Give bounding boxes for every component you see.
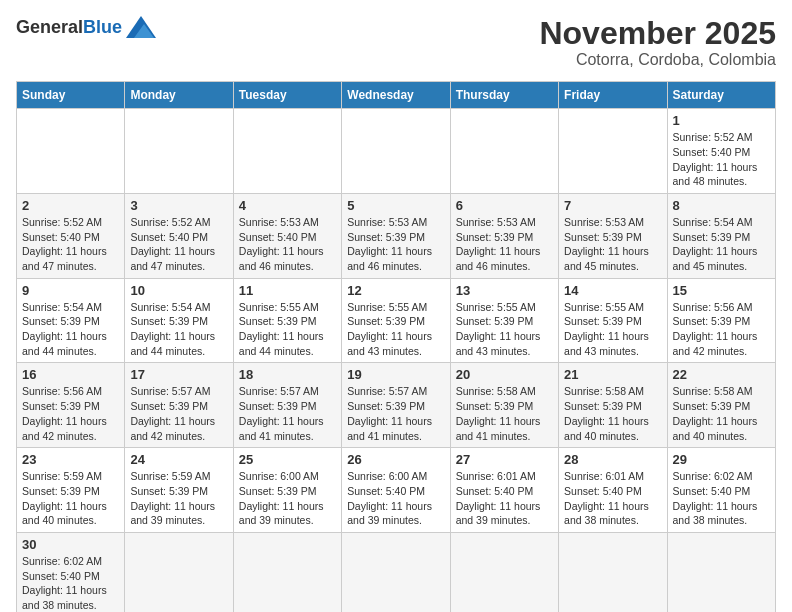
calendar-cell <box>342 532 450 612</box>
logo-blue: Blue <box>83 17 122 37</box>
day-info: Sunrise: 5:56 AMSunset: 5:39 PMDaylight:… <box>22 384 119 443</box>
day-number: 16 <box>22 367 119 382</box>
day-number: 25 <box>239 452 336 467</box>
day-number: 29 <box>673 452 770 467</box>
calendar-week-row: 30Sunrise: 6:02 AMSunset: 5:40 PMDayligh… <box>17 532 776 612</box>
calendar-cell: 26Sunrise: 6:00 AMSunset: 5:40 PMDayligh… <box>342 448 450 533</box>
calendar-cell: 25Sunrise: 6:00 AMSunset: 5:39 PMDayligh… <box>233 448 341 533</box>
day-info: Sunrise: 5:53 AMSunset: 5:39 PMDaylight:… <box>456 215 553 274</box>
day-info: Sunrise: 5:52 AMSunset: 5:40 PMDaylight:… <box>22 215 119 274</box>
calendar-cell: 21Sunrise: 5:58 AMSunset: 5:39 PMDayligh… <box>559 363 667 448</box>
weekday-header-sunday: Sunday <box>17 82 125 109</box>
day-number: 13 <box>456 283 553 298</box>
title-area: November 2025 Cotorra, Cordoba, Colombia <box>539 16 776 69</box>
weekday-header-friday: Friday <box>559 82 667 109</box>
calendar-cell <box>450 109 558 194</box>
day-number: 18 <box>239 367 336 382</box>
calendar-cell: 10Sunrise: 5:54 AMSunset: 5:39 PMDayligh… <box>125 278 233 363</box>
day-number: 23 <box>22 452 119 467</box>
calendar-cell: 27Sunrise: 6:01 AMSunset: 5:40 PMDayligh… <box>450 448 558 533</box>
day-info: Sunrise: 5:53 AMSunset: 5:39 PMDaylight:… <box>347 215 444 274</box>
day-number: 8 <box>673 198 770 213</box>
day-number: 14 <box>564 283 661 298</box>
day-number: 19 <box>347 367 444 382</box>
calendar-cell: 15Sunrise: 5:56 AMSunset: 5:39 PMDayligh… <box>667 278 775 363</box>
day-number: 6 <box>456 198 553 213</box>
day-info: Sunrise: 5:54 AMSunset: 5:39 PMDaylight:… <box>130 300 227 359</box>
day-number: 9 <box>22 283 119 298</box>
calendar-week-row: 16Sunrise: 5:56 AMSunset: 5:39 PMDayligh… <box>17 363 776 448</box>
day-info: Sunrise: 5:55 AMSunset: 5:39 PMDaylight:… <box>239 300 336 359</box>
day-info: Sunrise: 5:54 AMSunset: 5:39 PMDaylight:… <box>22 300 119 359</box>
calendar-cell: 6Sunrise: 5:53 AMSunset: 5:39 PMDaylight… <box>450 193 558 278</box>
calendar-cell: 13Sunrise: 5:55 AMSunset: 5:39 PMDayligh… <box>450 278 558 363</box>
day-info: Sunrise: 5:52 AMSunset: 5:40 PMDaylight:… <box>673 130 770 189</box>
day-number: 2 <box>22 198 119 213</box>
calendar-cell: 1Sunrise: 5:52 AMSunset: 5:40 PMDaylight… <box>667 109 775 194</box>
day-info: Sunrise: 5:53 AMSunset: 5:40 PMDaylight:… <box>239 215 336 274</box>
calendar-week-row: 2Sunrise: 5:52 AMSunset: 5:40 PMDaylight… <box>17 193 776 278</box>
day-number: 11 <box>239 283 336 298</box>
calendar-cell: 5Sunrise: 5:53 AMSunset: 5:39 PMDaylight… <box>342 193 450 278</box>
calendar-cell: 17Sunrise: 5:57 AMSunset: 5:39 PMDayligh… <box>125 363 233 448</box>
day-info: Sunrise: 5:54 AMSunset: 5:39 PMDaylight:… <box>673 215 770 274</box>
calendar-cell <box>450 532 558 612</box>
day-info: Sunrise: 5:58 AMSunset: 5:39 PMDaylight:… <box>456 384 553 443</box>
day-info: Sunrise: 5:55 AMSunset: 5:39 PMDaylight:… <box>347 300 444 359</box>
calendar-subtitle: Cotorra, Cordoba, Colombia <box>539 51 776 69</box>
day-number: 28 <box>564 452 661 467</box>
day-number: 1 <box>673 113 770 128</box>
day-number: 15 <box>673 283 770 298</box>
calendar-cell: 11Sunrise: 5:55 AMSunset: 5:39 PMDayligh… <box>233 278 341 363</box>
day-info: Sunrise: 6:02 AMSunset: 5:40 PMDaylight:… <box>22 554 119 612</box>
day-number: 24 <box>130 452 227 467</box>
calendar-cell <box>342 109 450 194</box>
calendar-cell: 23Sunrise: 5:59 AMSunset: 5:39 PMDayligh… <box>17 448 125 533</box>
weekday-header-wednesday: Wednesday <box>342 82 450 109</box>
day-number: 12 <box>347 283 444 298</box>
calendar-cell: 24Sunrise: 5:59 AMSunset: 5:39 PMDayligh… <box>125 448 233 533</box>
calendar-cell <box>559 532 667 612</box>
weekday-header-saturday: Saturday <box>667 82 775 109</box>
calendar-cell <box>17 109 125 194</box>
day-number: 17 <box>130 367 227 382</box>
calendar-cell <box>559 109 667 194</box>
calendar-cell: 19Sunrise: 5:57 AMSunset: 5:39 PMDayligh… <box>342 363 450 448</box>
day-info: Sunrise: 6:01 AMSunset: 5:40 PMDaylight:… <box>456 469 553 528</box>
day-info: Sunrise: 6:02 AMSunset: 5:40 PMDaylight:… <box>673 469 770 528</box>
calendar-cell: 7Sunrise: 5:53 AMSunset: 5:39 PMDaylight… <box>559 193 667 278</box>
logo: GeneralBlue <box>16 16 156 38</box>
day-info: Sunrise: 5:52 AMSunset: 5:40 PMDaylight:… <box>130 215 227 274</box>
calendar-cell: 20Sunrise: 5:58 AMSunset: 5:39 PMDayligh… <box>450 363 558 448</box>
calendar-cell: 22Sunrise: 5:58 AMSunset: 5:39 PMDayligh… <box>667 363 775 448</box>
logo-general: General <box>16 17 83 37</box>
calendar-cell: 12Sunrise: 5:55 AMSunset: 5:39 PMDayligh… <box>342 278 450 363</box>
day-number: 5 <box>347 198 444 213</box>
day-info: Sunrise: 5:53 AMSunset: 5:39 PMDaylight:… <box>564 215 661 274</box>
day-number: 3 <box>130 198 227 213</box>
calendar-cell: 29Sunrise: 6:02 AMSunset: 5:40 PMDayligh… <box>667 448 775 533</box>
calendar-cell <box>233 109 341 194</box>
day-info: Sunrise: 5:55 AMSunset: 5:39 PMDaylight:… <box>456 300 553 359</box>
calendar-cell: 8Sunrise: 5:54 AMSunset: 5:39 PMDaylight… <box>667 193 775 278</box>
day-info: Sunrise: 5:59 AMSunset: 5:39 PMDaylight:… <box>130 469 227 528</box>
day-info: Sunrise: 5:59 AMSunset: 5:39 PMDaylight:… <box>22 469 119 528</box>
calendar-cell: 30Sunrise: 6:02 AMSunset: 5:40 PMDayligh… <box>17 532 125 612</box>
day-number: 21 <box>564 367 661 382</box>
day-info: Sunrise: 6:00 AMSunset: 5:39 PMDaylight:… <box>239 469 336 528</box>
calendar-week-row: 1Sunrise: 5:52 AMSunset: 5:40 PMDaylight… <box>17 109 776 194</box>
day-info: Sunrise: 5:57 AMSunset: 5:39 PMDaylight:… <box>239 384 336 443</box>
day-number: 26 <box>347 452 444 467</box>
day-info: Sunrise: 5:57 AMSunset: 5:39 PMDaylight:… <box>347 384 444 443</box>
header: GeneralBlue November 2025 Cotorra, Cordo… <box>16 16 776 69</box>
calendar-week-row: 23Sunrise: 5:59 AMSunset: 5:39 PMDayligh… <box>17 448 776 533</box>
calendar-title: November 2025 <box>539 16 776 51</box>
calendar-cell: 3Sunrise: 5:52 AMSunset: 5:40 PMDaylight… <box>125 193 233 278</box>
calendar-week-row: 9Sunrise: 5:54 AMSunset: 5:39 PMDaylight… <box>17 278 776 363</box>
day-number: 27 <box>456 452 553 467</box>
day-info: Sunrise: 5:56 AMSunset: 5:39 PMDaylight:… <box>673 300 770 359</box>
calendar-cell <box>125 532 233 612</box>
day-info: Sunrise: 6:00 AMSunset: 5:40 PMDaylight:… <box>347 469 444 528</box>
calendar-table: SundayMondayTuesdayWednesdayThursdayFrid… <box>16 81 776 612</box>
day-number: 4 <box>239 198 336 213</box>
